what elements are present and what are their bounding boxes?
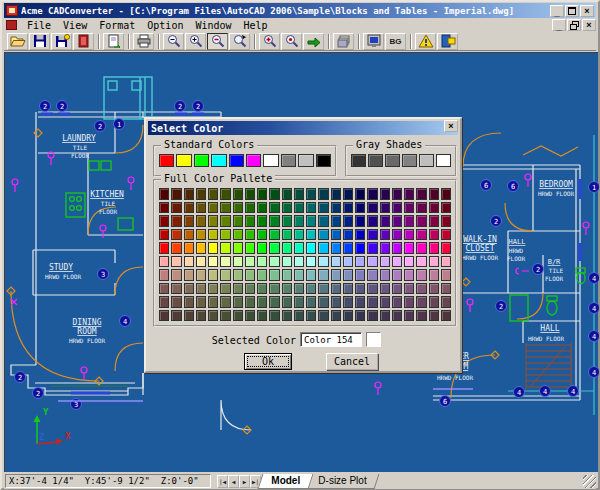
palette-color-swatch[interactable] [184,269,194,281]
palette-color-swatch[interactable] [196,202,206,214]
palette-color-swatch[interactable] [196,242,206,254]
palette-color-swatch[interactable] [416,283,426,295]
palette-color-swatch[interactable] [208,202,218,214]
palette-color-swatch[interactable] [318,215,328,227]
palette-color-swatch[interactable] [196,269,206,281]
palette-color-swatch[interactable] [184,283,194,295]
cancel-button[interactable]: Cancel [326,353,378,370]
palette-color-swatch[interactable] [367,269,377,281]
palette-color-swatch[interactable] [220,229,230,241]
pan-button[interactable] [303,33,324,50]
palette-color-swatch[interactable] [257,269,267,281]
palette-color-swatch[interactable] [429,269,439,281]
palette-color-swatch[interactable] [429,215,439,227]
palette-color-swatch[interactable] [392,229,402,241]
palette-color-swatch[interactable] [171,283,181,295]
palette-color-swatch[interactable] [245,215,255,227]
palette-color-swatch[interactable] [184,188,194,200]
palette-color-swatch[interactable] [318,283,328,295]
palette-color-swatch[interactable] [343,229,353,241]
palette-color-swatch[interactable] [392,202,402,214]
palette-color-swatch[interactable] [282,188,292,200]
palette-color-swatch[interactable] [331,269,341,281]
palette-color-swatch[interactable] [429,242,439,254]
palette-color-swatch[interactable] [245,188,255,200]
palette-color-swatch[interactable] [196,310,206,322]
palette-color-swatch[interactable] [171,229,181,241]
palette-color-swatch[interactable] [429,296,439,308]
palette-color-swatch[interactable] [208,310,218,322]
palette-color-swatch[interactable] [245,310,255,322]
palette-color-swatch[interactable] [196,296,206,308]
palette-color-swatch[interactable] [282,310,292,322]
zoom-out-button[interactable] [163,33,184,50]
palette-color-swatch[interactable] [318,188,328,200]
save-as-button[interactable] [51,33,72,50]
gray-shade-swatch[interactable] [351,154,366,167]
menu-window[interactable]: Window [189,19,237,32]
mdi-minimize-button[interactable]: _ [552,19,566,31]
palette-color-swatch[interactable] [416,188,426,200]
export-button[interactable] [103,33,124,50]
palette-color-swatch[interactable] [220,310,230,322]
palette-color-swatch[interactable] [159,188,169,200]
palette-color-swatch[interactable] [208,229,218,241]
palette-color-swatch[interactable] [331,242,341,254]
palette-color-swatch[interactable] [233,229,243,241]
palette-color-swatch[interactable] [441,296,451,308]
palette-color-swatch[interactable] [220,202,230,214]
palette-color-swatch[interactable] [257,229,267,241]
palette-color-swatch[interactable] [196,229,206,241]
palette-color-swatch[interactable] [318,269,328,281]
palette-color-swatch[interactable] [245,296,255,308]
palette-color-swatch[interactable] [429,256,439,268]
palette-color-swatch[interactable] [355,256,365,268]
palette-color-swatch[interactable] [196,215,206,227]
palette-color-swatch[interactable] [159,215,169,227]
palette-color-swatch[interactable] [220,242,230,254]
palette-color-swatch[interactable] [294,256,304,268]
zoom-extents-button[interactable] [229,33,250,50]
palette-color-swatch[interactable] [294,215,304,227]
palette-color-swatch[interactable] [441,202,451,214]
about-button[interactable] [415,33,436,50]
palette-color-swatch[interactable] [233,215,243,227]
palette-color-swatch[interactable] [171,269,181,281]
palette-color-swatch[interactable] [159,202,169,214]
palette-color-swatch[interactable] [392,296,402,308]
standard-color-swatch[interactable] [316,154,331,167]
palette-color-swatch[interactable] [233,283,243,295]
palette-color-swatch[interactable] [416,296,426,308]
palette-color-swatch[interactable] [282,202,292,214]
palette-color-swatch[interactable] [404,242,414,254]
standard-color-swatch[interactable] [298,154,313,167]
palette-color-swatch[interactable] [220,283,230,295]
zoom-dynamic-button[interactable] [281,33,302,50]
palette-color-swatch[interactable] [404,229,414,241]
palette-color-swatch[interactable] [282,296,292,308]
palette-color-swatch[interactable] [416,310,426,322]
palette-color-swatch[interactable] [404,310,414,322]
palette-color-swatch[interactable] [355,296,365,308]
palette-color-swatch[interactable] [233,202,243,214]
palette-color-swatch[interactable] [269,215,279,227]
palette-color-swatch[interactable] [441,215,451,227]
palette-color-swatch[interactable] [404,296,414,308]
palette-color-swatch[interactable] [441,269,451,281]
selected-color-field[interactable]: Color 154 [300,332,362,347]
palette-color-swatch[interactable] [196,256,206,268]
palette-color-swatch[interactable] [306,188,316,200]
palette-color-swatch[interactable] [343,283,353,295]
palette-color-swatch[interactable] [257,283,267,295]
palette-color-swatch[interactable] [257,310,267,322]
palette-color-swatch[interactable] [245,202,255,214]
palette-color-swatch[interactable] [294,269,304,281]
resize-grip[interactable] [583,475,596,488]
palette-color-swatch[interactable] [282,269,292,281]
palette-color-swatch[interactable] [380,215,390,227]
palette-color-swatch[interactable] [367,283,377,295]
palette-color-swatch[interactable] [257,242,267,254]
palette-color-swatch[interactable] [367,296,377,308]
standard-color-swatch[interactable] [246,154,261,167]
palette-color-swatch[interactable] [257,202,267,214]
